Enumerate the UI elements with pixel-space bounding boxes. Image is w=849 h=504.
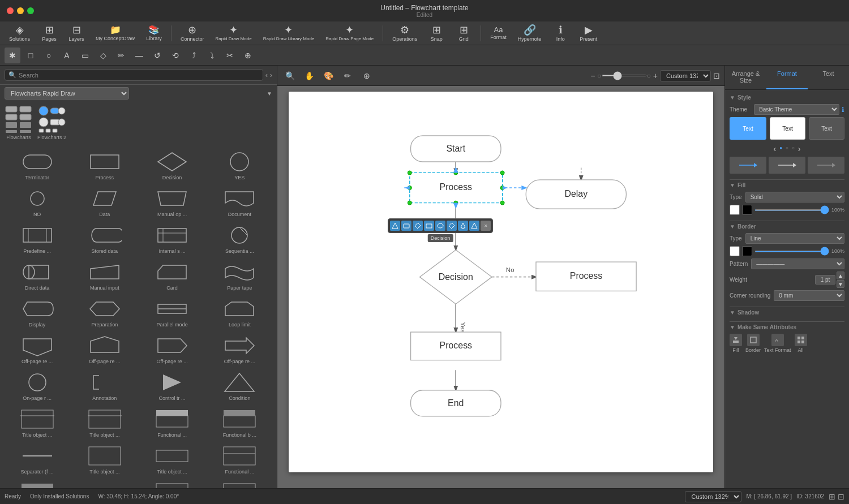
minimize-button[interactable]	[17, 7, 24, 14]
flowcharts-thumb[interactable]	[5, 105, 33, 133]
shape-title-1[interactable]: Title object ...	[5, 406, 70, 440]
shape-func-1[interactable]: Functional ...	[140, 406, 205, 440]
snap-button[interactable]: ⊞ Snap	[424, 23, 449, 44]
shape-annotation[interactable]: Annotation	[72, 369, 137, 403]
make-same-fill[interactable]: Fill	[730, 334, 742, 353]
border-weight-input[interactable]	[815, 275, 835, 285]
line-tool[interactable]: —	[131, 48, 147, 63]
shape-sep-2[interactable]: Separator (f ...	[72, 479, 137, 488]
mycd-button[interactable]: 📁 My ConceptDraw	[91, 23, 139, 44]
style-preview-2[interactable]: Text	[770, 117, 805, 140]
canvas-pen-button[interactable]: ✏	[340, 68, 355, 84]
solutions-button[interactable]: ◈ Solutions	[5, 23, 35, 44]
fill-type-select[interactable]: Solid	[745, 192, 844, 203]
dropdown-arrow[interactable]: ▼	[267, 91, 272, 97]
cp-close[interactable]: ✕	[481, 221, 491, 231]
shape-display[interactable]: Display	[5, 295, 70, 330]
cp-shape-8[interactable]	[469, 221, 479, 231]
shape-paper-tape[interactable]: Paper tape	[207, 259, 272, 293]
custom-shape-tool[interactable]: ◇	[95, 48, 111, 63]
fit-page-button[interactable]: ⊡	[713, 71, 720, 80]
connect-tool[interactable]: ⤴	[186, 48, 201, 63]
nav-forward[interactable]: ›	[270, 71, 272, 79]
present-button[interactable]: ▶ Present	[575, 23, 602, 44]
canvas-connect-button[interactable]: ⊕	[359, 68, 375, 84]
info-button[interactable]: ℹ Info	[548, 23, 573, 44]
border-type-select[interactable]: Line	[745, 233, 844, 244]
shape-off-page-3[interactable]: Off-page re ...	[140, 332, 205, 367]
nav-back[interactable]: ‹	[265, 71, 268, 79]
border-color-swatch-white[interactable]	[730, 246, 740, 256]
shape-yes[interactable]: YES	[207, 148, 272, 183]
fill-opacity-slider[interactable]	[754, 209, 829, 211]
pen-tool[interactable]: ✏	[113, 48, 129, 63]
tab-arrange-size[interactable]: Arrange & Size	[725, 66, 766, 89]
statusbar-zoom-select[interactable]: Custom 132%	[685, 491, 741, 502]
shape-off-page-1[interactable]: Off-page re ...	[5, 332, 70, 367]
shape-process[interactable]: Process	[72, 148, 137, 183]
corner-select[interactable]: 0 mm	[774, 290, 844, 301]
tab-format[interactable]: Format	[766, 66, 808, 89]
shape-multi-h[interactable]: Multiple ho ...	[207, 479, 272, 488]
zoom-in-button[interactable]: +	[653, 71, 658, 80]
shape-func-b1[interactable]: Functional b ...	[207, 406, 272, 440]
shape-loop-limit[interactable]: Loop limit	[207, 295, 272, 330]
arrow-prev-2[interactable]	[769, 157, 805, 174]
shape-card[interactable]: Card	[140, 259, 205, 293]
zoom-select[interactable]: Custom 132%	[660, 70, 711, 81]
shape-direct-data[interactable]: Direct data	[5, 259, 70, 293]
connector-button[interactable]: ⊕ Connector	[176, 23, 209, 44]
shape-internal-s[interactable]: Internal s ...	[140, 222, 205, 256]
border-opacity-slider[interactable]	[754, 251, 829, 252]
shape-stored-data[interactable]: Stored data	[72, 222, 137, 256]
canvas-color-button[interactable]: 🎨	[320, 68, 336, 84]
cut-tool[interactable]: ✂	[222, 48, 238, 63]
style-prev-arrow[interactable]: ‹	[774, 144, 777, 153]
shape-off-page-2[interactable]: Off-page re ...	[72, 332, 137, 367]
cp-shape-6[interactable]	[447, 221, 457, 231]
shape-condition[interactable]: Condition	[207, 369, 272, 403]
shape-terminator[interactable]: Terminator	[5, 148, 70, 183]
fill-color-swatch-black[interactable]	[742, 205, 752, 215]
shape-title-4[interactable]: Title object ...	[140, 442, 205, 477]
hypernote-button[interactable]: 🔗 Hypernote	[513, 23, 546, 44]
shape-sep-1[interactable]: Separator (f ...	[5, 442, 70, 477]
shape-func-b2[interactable]: Functional b ...	[5, 479, 70, 488]
search-wrap[interactable]: 🔍	[5, 69, 263, 81]
layers-button[interactable]: ⊟ Layers	[64, 23, 89, 44]
shape-sequential[interactable]: Sequentia ...	[207, 222, 272, 256]
shape-off-page-4[interactable]: Off-page re ...	[207, 332, 272, 367]
shape-decision[interactable]: Decision	[140, 148, 205, 183]
canvas-pan-button[interactable]: ✋	[301, 68, 317, 84]
rapid-library-button[interactable]: ✦ Rapid Draw Library Mode	[259, 23, 319, 44]
cp-shape-4[interactable]	[424, 221, 434, 231]
style-dot-2[interactable]: ○	[786, 144, 788, 153]
text-tool[interactable]: A	[59, 48, 75, 63]
rectangle-tool[interactable]: □	[23, 48, 38, 63]
close-button[interactable]	[7, 7, 14, 14]
shape-library-select[interactable]: Flowcharts Rapid Draw	[5, 87, 129, 100]
operations-button[interactable]: ⚙ Operations	[388, 23, 422, 44]
border-pattern-select[interactable]: —————	[751, 259, 844, 269]
cp-shape-2[interactable]	[401, 221, 411, 231]
shape-preparation[interactable]: Preparation	[72, 295, 137, 330]
cp-shape-3[interactable]	[413, 221, 423, 231]
shape-data[interactable]: Data	[72, 185, 137, 219]
theme-select[interactable]: Basic Theme	[754, 104, 839, 115]
shape-document[interactable]: Document	[207, 185, 272, 219]
add-tool[interactable]: ⊕	[240, 48, 256, 63]
arrow-prev-1[interactable]	[730, 157, 766, 174]
cp-shape-1[interactable]	[390, 221, 400, 231]
flowcharts2-thumb[interactable]	[38, 105, 66, 133]
arrow-prev-3[interactable]	[808, 157, 844, 174]
grid-button[interactable]: ⊞ Grid	[451, 23, 476, 44]
window-controls[interactable]	[7, 7, 34, 14]
shape-title-3[interactable]: Title object ...	[72, 442, 137, 477]
style-next-arrow[interactable]: ›	[798, 144, 801, 153]
shape-func-2[interactable]: Functional ...	[207, 442, 272, 477]
format-button[interactable]: Aa Format	[486, 24, 511, 42]
shape-no[interactable]: NO	[5, 185, 70, 219]
select-tool[interactable]: ✱	[5, 48, 20, 63]
make-same-all[interactable]: All	[795, 334, 807, 353]
style-dot-1[interactable]: ●	[779, 144, 782, 153]
